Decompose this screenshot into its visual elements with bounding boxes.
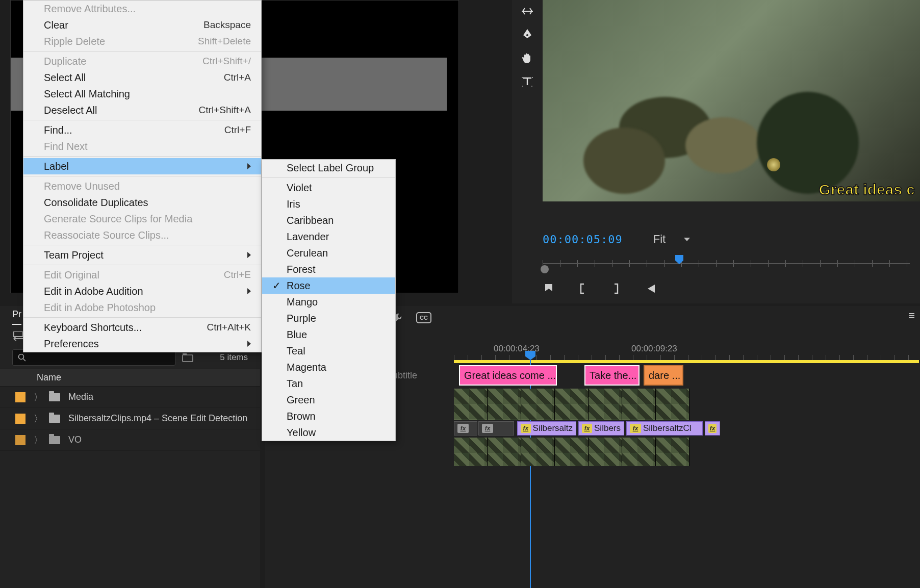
menu-item-label: Edit in Adobe Audition <box>44 286 143 297</box>
menu-item[interactable]: Select All Matching <box>23 86 261 102</box>
submenu-item-label: Forest <box>287 264 316 275</box>
menu-separator <box>23 265 261 265</box>
go-to-in-icon[interactable] <box>644 283 656 295</box>
folder-icon <box>49 393 60 401</box>
menu-item[interactable]: Consolidate Duplicates <box>23 194 261 211</box>
zoom-fit-dropdown[interactable]: Fit <box>653 233 690 246</box>
menu-item[interactable]: Deselect AllCtrl+Shift+A <box>23 102 261 118</box>
new-bin-icon[interactable] <box>182 351 194 364</box>
submenu-item[interactable]: Teal <box>262 343 395 359</box>
type-icon[interactable] <box>519 73 535 90</box>
clip-label: SilbersaltzCl <box>643 423 691 433</box>
fx-badge-icon: fx <box>457 424 469 433</box>
tree-row[interactable]: 〉 SilbersaltzClips.mp4 – Scene Edit Dete… <box>0 408 260 429</box>
tree-row[interactable]: 〉 Media <box>0 387 260 408</box>
menu-item: Ripple DeleteShift+Delete <box>23 33 261 49</box>
scrub-track <box>543 263 910 264</box>
video-clip[interactable]: fx <box>705 421 720 436</box>
tree-row[interactable]: 〉 VO <box>0 429 260 451</box>
submenu-item[interactable]: ✓Rose <box>262 277 395 294</box>
crop-icon[interactable] <box>519 3 535 19</box>
clip-thumb[interactable] <box>454 438 488 466</box>
submenu-item[interactable]: Brown <box>262 408 395 424</box>
menu-item[interactable]: Keyboard Shortcuts...Ctrl+Alt+K <box>23 319 261 336</box>
pen-icon[interactable] <box>519 27 535 43</box>
menu-item[interactable]: Select AllCtrl+A <box>23 69 261 86</box>
clip-thumb[interactable] <box>488 438 521 466</box>
clip-thumb[interactable] <box>622 438 656 466</box>
clip-thumb[interactable] <box>555 389 589 420</box>
project-search-input[interactable] <box>30 353 170 362</box>
work-area-bar[interactable] <box>454 360 919 363</box>
menu-item-accel: Ctrl+Shift+A <box>199 105 251 116</box>
disclosure-icon[interactable]: 〉 <box>34 391 41 403</box>
video-clip[interactable]: fx <box>478 421 514 436</box>
marker-icon[interactable] <box>543 283 555 295</box>
menu-item: Generate Source Clips for Media <box>23 211 261 227</box>
menu-item[interactable]: Label <box>23 158 261 174</box>
menu-item[interactable]: Find...Ctrl+F <box>23 122 261 138</box>
video-clip[interactable]: fx <box>454 421 477 436</box>
clip-thumb[interactable] <box>454 389 488 420</box>
submenu-item[interactable]: Lavender <box>262 228 395 245</box>
menu-item-label: Edit Original <box>44 269 99 281</box>
submenu-item[interactable]: Blue <box>262 326 395 343</box>
clip-thumb[interactable] <box>656 438 689 466</box>
out-bracket-icon[interactable] <box>610 283 622 295</box>
hand-icon[interactable] <box>519 50 535 66</box>
video-clip[interactable]: fx Silbersaltz <box>517 421 576 436</box>
clip-thumb[interactable] <box>589 389 622 420</box>
clip-thumb[interactable] <box>656 389 689 420</box>
subtitle-clip[interactable]: Great ideas come ... <box>459 365 557 386</box>
program-timecode[interactable]: 00:00:05:09 <box>543 233 623 246</box>
submenu-item[interactable]: Violet <box>262 180 395 196</box>
submenu-item[interactable]: Purple <box>262 310 395 326</box>
menu-item[interactable]: Team Project <box>23 247 261 263</box>
menu-item-label: Remove Unused <box>44 181 120 192</box>
scrub-start[interactable] <box>541 265 549 273</box>
menu-item-accel: Backspace <box>203 19 251 31</box>
submenu-item[interactable]: Select Label Group <box>262 160 395 176</box>
submenu-item-label: Lavender <box>287 231 329 243</box>
subtitle-clip[interactable]: Take the... <box>584 365 640 386</box>
video-clip[interactable]: fx Silbers <box>578 421 624 436</box>
project-tab[interactable]: Pr <box>12 309 21 325</box>
clip-thumb[interactable] <box>521 389 555 420</box>
menu-item[interactable]: Edit in Adobe Audition <box>23 283 261 299</box>
clip-thumb[interactable] <box>589 438 622 466</box>
subtitle-clip[interactable]: dare ... <box>644 365 683 386</box>
submenu-item[interactable]: Forest <box>262 261 395 277</box>
submenu-item-label: Yellow <box>287 427 316 439</box>
menu-item[interactable]: Preferences <box>23 336 261 352</box>
menu-separator <box>23 176 261 176</box>
clip-thumb[interactable] <box>521 438 555 466</box>
video-clip[interactable]: fx SilbersaltzCl <box>626 421 703 436</box>
in-bracket-icon[interactable] <box>576 283 589 295</box>
program-frame[interactable]: Great ideas c <box>543 0 920 201</box>
project-name-header[interactable]: Name <box>0 369 260 387</box>
cc-icon[interactable]: CC <box>416 312 431 325</box>
submenu-item[interactable]: Yellow <box>262 424 395 441</box>
panel-menu-icon[interactable]: ≡ <box>908 309 915 322</box>
clip-thumb[interactable] <box>488 389 521 420</box>
menu-separator <box>23 245 261 245</box>
disclosure-icon[interactable]: 〉 <box>34 413 41 425</box>
submenu-item[interactable]: Iris <box>262 196 395 212</box>
submenu-item[interactable]: Magenta <box>262 359 395 375</box>
program-scrub[interactable] <box>543 255 910 273</box>
zoom-fit-label: Fit <box>653 233 666 246</box>
disclosure-icon[interactable]: 〉 <box>34 434 41 446</box>
submenu-item[interactable]: Mango <box>262 294 395 310</box>
check-icon: ✓ <box>271 279 282 292</box>
submenu-item[interactable]: Tan <box>262 375 395 392</box>
menu-item[interactable]: ClearBackspace <box>23 17 261 33</box>
video-content <box>583 127 665 194</box>
clip-thumb[interactable] <box>622 389 656 420</box>
submenu-item[interactable]: Caribbean <box>262 212 395 228</box>
submenu-item[interactable]: Cerulean <box>262 245 395 261</box>
submenu-item[interactable]: Green <box>262 392 395 408</box>
video-content <box>767 158 780 171</box>
clip-thumb[interactable] <box>555 438 589 466</box>
fx-badge-icon: fx <box>521 424 531 433</box>
label-chip <box>15 435 25 445</box>
